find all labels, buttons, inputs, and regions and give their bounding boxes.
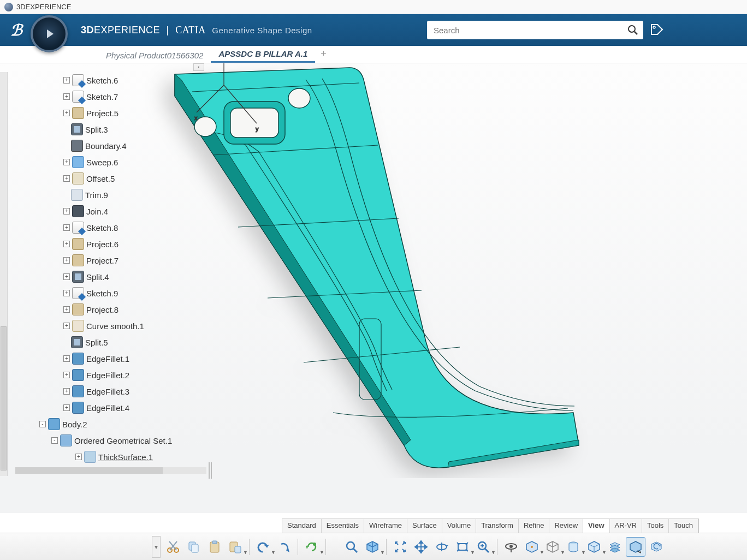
tab-physical-product[interactable]: Physical Product01566302 (98, 47, 211, 63)
feature-icon (71, 336, 83, 348)
ribbon-tab-tools[interactable]: Tools (642, 519, 669, 533)
tree-item[interactable]: Trim.9 (15, 187, 206, 203)
tree-item[interactable]: +Sweep.6 (15, 154, 206, 170)
update-button[interactable]: ▼ (302, 537, 322, 557)
search-box[interactable] (427, 21, 643, 39)
tree-item[interactable]: +ThickSurface.1 (15, 449, 206, 465)
tree-expander[interactable]: + (63, 306, 70, 313)
tree-item[interactable]: +EdgeFillet.3 (15, 383, 206, 400)
ribbon-tab-refine[interactable]: Refine (519, 519, 550, 533)
tree-expander[interactable]: + (75, 454, 82, 460)
tree-item[interactable]: +Sketch.8 (15, 219, 206, 236)
ribbon-tab-view[interactable]: View (583, 519, 609, 533)
tree-expander[interactable]: + (63, 290, 70, 296)
tree-expander[interactable]: + (63, 404, 70, 411)
undo-button[interactable]: ▼ (253, 537, 273, 557)
tab-apssdc-b-pillar[interactable]: APSSDC B PILLAR A.1 (211, 46, 315, 63)
ribbon-tab-touch[interactable]: Touch (669, 519, 698, 533)
zoom-button[interactable]: ▼ (473, 537, 493, 557)
render-mode-button[interactable]: ▼ (543, 537, 562, 557)
tree-expander[interactable]: + (63, 175, 70, 182)
view-box-button[interactable]: ▼ (584, 537, 604, 557)
tree-item[interactable]: +Offset.5 (15, 170, 206, 187)
tree-item[interactable]: -Body.2 (15, 416, 206, 432)
zoom-fit-button[interactable] (342, 537, 361, 557)
add-tab-button[interactable]: + (315, 45, 332, 63)
tree-expander[interactable]: + (63, 159, 70, 165)
tree-expander[interactable]: + (63, 273, 70, 280)
cut-button[interactable] (163, 537, 183, 557)
paste-button[interactable] (205, 537, 224, 557)
tree-item[interactable]: Boundary.4 (15, 138, 206, 154)
tree-item[interactable]: Split.3 (15, 121, 206, 138)
ribbon-tab-wireframe[interactable]: Wireframe (364, 519, 407, 533)
ribbon-tab-review[interactable]: Review (549, 519, 583, 533)
fit-all-button[interactable] (390, 537, 410, 557)
toolbar-expand-handle[interactable]: ▾ (152, 536, 161, 558)
tree-expander[interactable]: + (63, 241, 70, 247)
tree-item[interactable]: +Split.4 (15, 269, 206, 285)
tree-expander[interactable]: - (39, 421, 46, 427)
tree-vscroll-thumb[interactable] (1, 326, 7, 470)
tree-expander[interactable]: + (63, 77, 70, 84)
tree-item[interactable]: +EdgeFillet.4 (15, 400, 206, 416)
copy-button[interactable] (184, 537, 204, 557)
tree-item[interactable]: +Project.8 (15, 301, 206, 318)
tree-expander[interactable]: + (63, 372, 70, 378)
perspective-button[interactable] (626, 537, 645, 557)
tree-item[interactable]: +Project.5 (15, 105, 206, 121)
spec-tree[interactable]: +Sketch.6+Sketch.7+Project.5Split.3Bound… (15, 72, 206, 476)
ribbon-tab-ar-vr[interactable]: AR-VR (610, 519, 642, 533)
layers-button[interactable] (605, 537, 625, 557)
tree-expander[interactable]: + (63, 323, 70, 329)
tree-item[interactable]: +Project.6 (15, 236, 206, 252)
rotate-button[interactable] (432, 537, 452, 557)
tree-resize-bar[interactable] (15, 466, 212, 475)
search-input[interactable] (427, 26, 622, 35)
tree-item[interactable]: +Sketch.9 (15, 285, 206, 301)
pan-button[interactable] (411, 537, 431, 557)
ribbon-tab-surface[interactable]: Surface (407, 519, 442, 533)
feature-icon (72, 303, 84, 315)
walk-mode-button[interactable]: ▼ (522, 537, 542, 557)
part-geometry[interactable]: x y (142, 63, 590, 478)
ribbon-tab-transform[interactable]: Transform (476, 519, 519, 533)
tree-expander[interactable]: + (63, 93, 70, 100)
capture-button[interactable] (647, 537, 666, 557)
tree-item[interactable]: +Sketch.6 (15, 72, 206, 88)
tree-expander[interactable]: + (63, 257, 70, 264)
tree-item[interactable]: +EdgeFillet.2 (15, 367, 206, 383)
search-icon[interactable] (622, 21, 643, 39)
tag-icon[interactable] (650, 23, 664, 39)
view-cylinder-button[interactable]: ▼ (564, 537, 583, 557)
look-at-button[interactable]: ▼ (453, 537, 472, 557)
tree-vscroll[interactable] (0, 72, 8, 476)
redo-button[interactable] (274, 537, 294, 557)
tree-expander[interactable]: + (63, 110, 70, 116)
tree-item[interactable]: +Join.4 (15, 203, 206, 219)
ribbon-tab-standard[interactable]: Standard (282, 519, 322, 533)
iso-view-button[interactable]: ▼ (363, 537, 382, 557)
tree-resize-grip[interactable] (209, 462, 212, 479)
tree-expander[interactable]: + (63, 388, 70, 395)
tree-expander[interactable]: + (63, 224, 70, 231)
tree-item[interactable]: +EdgeFillet.1 (15, 350, 206, 367)
tree-item[interactable]: +Curve smooth.1 (15, 318, 206, 334)
ribbon-tab-essentials[interactable]: Essentials (322, 519, 364, 533)
tree-expander[interactable]: + (63, 355, 70, 362)
ribbon-tab-volume[interactable]: Volume (442, 519, 476, 533)
tree-item[interactable]: +Sketch.7 (15, 88, 206, 105)
tree-label: Join.4 (86, 207, 108, 216)
tree-hscroll-thumb[interactable] (15, 467, 163, 474)
tree-expander[interactable]: + (63, 208, 70, 215)
tree-expander[interactable]: - (51, 437, 58, 444)
tree-item[interactable]: +Project.7 (15, 252, 206, 269)
fly-mode-button[interactable] (501, 537, 521, 557)
ds-logo[interactable]: ℬ (0, 14, 33, 46)
tree-label: Trim.9 (85, 190, 108, 200)
tree-hscroll[interactable] (15, 467, 206, 474)
compass-widget[interactable] (31, 15, 68, 52)
paste-special-button[interactable]: ▼ (226, 537, 245, 557)
tree-item[interactable]: -Ordered Geometrical Set.1 (15, 432, 206, 449)
tree-item[interactable]: Split.5 (15, 334, 206, 350)
